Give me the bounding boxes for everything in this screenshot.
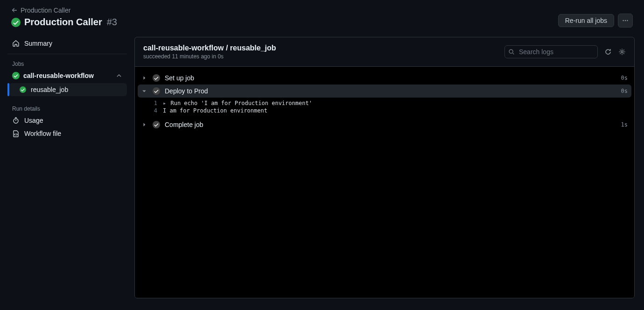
divider <box>7 54 127 54</box>
step-name: Complete job <box>165 121 616 128</box>
sidebar-usage-label: Usage <box>24 117 43 124</box>
step-row[interactable]: Deploy to Prod0s <box>138 85 631 98</box>
sidebar-workflow-file-label: Workflow file <box>24 130 61 137</box>
sidebar-summary[interactable]: Summary <box>7 37 127 50</box>
step-name: Set up job <box>165 74 616 82</box>
check-circle-icon <box>153 87 160 95</box>
rerun-all-label: Re-run all jobs <box>565 17 607 24</box>
line-number: 1 <box>141 100 157 106</box>
step-duration: 0s <box>621 88 628 94</box>
run-number: #3 <box>107 17 117 28</box>
line-text: ▸ Run echo 'I am for Production environm… <box>163 100 312 106</box>
home-icon <box>12 40 20 47</box>
line-text: I am for Production environment <box>163 107 267 114</box>
check-circle-icon <box>12 72 20 79</box>
sidebar-jobs-heading: Jobs <box>7 58 127 69</box>
chevron-right-icon <box>141 75 148 81</box>
svg-point-3 <box>627 20 628 21</box>
svg-point-9 <box>153 74 160 82</box>
chevron-down-icon <box>141 88 148 94</box>
sidebar-job-reusable[interactable]: reusable_job <box>9 83 127 96</box>
back-link-label: Production Caller <box>21 7 70 14</box>
arrow-left-icon <box>11 7 18 14</box>
svg-point-4 <box>12 72 20 79</box>
settings-button[interactable] <box>618 48 626 56</box>
step-duration: 0s <box>621 75 628 81</box>
back-link[interactable]: Production Caller <box>11 7 70 14</box>
search-icon <box>508 49 515 55</box>
svg-point-8 <box>621 51 623 53</box>
sidebar-workflow-file[interactable]: Workflow file <box>7 127 127 140</box>
chevron-up-icon <box>116 72 122 79</box>
job-subtitle: succeeded 11 minutes ago in 0s <box>143 53 276 60</box>
sidebar: Summary Jobs call-reusable-workflow reus… <box>0 31 134 308</box>
sidebar-summary-label: Summary <box>24 40 52 47</box>
sidebar-rundetails-heading: Run details <box>7 103 127 114</box>
log-panel: call-reusable-workflow / reusable_job su… <box>134 37 635 298</box>
workflow-title: Production Caller <box>24 17 102 28</box>
chevron-right-icon <box>141 122 148 127</box>
svg-point-2 <box>625 20 626 21</box>
svg-point-7 <box>509 49 513 53</box>
sidebar-workflow-group[interactable]: call-reusable-workflow <box>7 69 127 82</box>
stopwatch-icon <box>12 117 20 124</box>
step-row[interactable]: Set up job0s <box>135 71 634 85</box>
refresh-button[interactable] <box>604 48 612 56</box>
sidebar-usage[interactable]: Usage <box>7 114 127 127</box>
svg-point-10 <box>153 87 160 95</box>
svg-point-1 <box>623 20 623 21</box>
log-line: 4I am for Production environment <box>135 107 634 114</box>
check-circle-icon <box>11 18 21 27</box>
rerun-all-button[interactable]: Re-run all jobs <box>558 14 614 27</box>
sync-icon <box>604 48 612 56</box>
search-logs-input[interactable] <box>504 45 598 58</box>
sidebar-workflow-label: call-reusable-workflow <box>23 72 94 79</box>
gear-icon <box>618 48 626 56</box>
check-circle-icon <box>153 74 160 82</box>
kebab-icon <box>622 17 629 24</box>
more-actions-button[interactable] <box>618 14 633 28</box>
svg-point-11 <box>153 121 160 128</box>
check-circle-icon <box>153 121 160 128</box>
file-code-icon <box>12 130 20 137</box>
check-circle-icon <box>20 86 26 93</box>
page-title: Production Caller #3 <box>11 17 117 28</box>
step-duration: 1s <box>621 121 628 128</box>
line-number: 4 <box>141 107 157 114</box>
step-row[interactable]: Complete job1s <box>135 118 634 131</box>
svg-point-0 <box>11 18 21 27</box>
log-lines: 1▸ Run echo 'I am for Production environ… <box>135 98 634 118</box>
sidebar-job-label: reusable_job <box>31 86 68 93</box>
job-title: call-reusable-workflow / reusable_job <box>143 44 276 52</box>
log-line: 1▸ Run echo 'I am for Production environ… <box>135 99 634 107</box>
step-name: Deploy to Prod <box>165 87 616 95</box>
svg-point-5 <box>20 86 26 93</box>
